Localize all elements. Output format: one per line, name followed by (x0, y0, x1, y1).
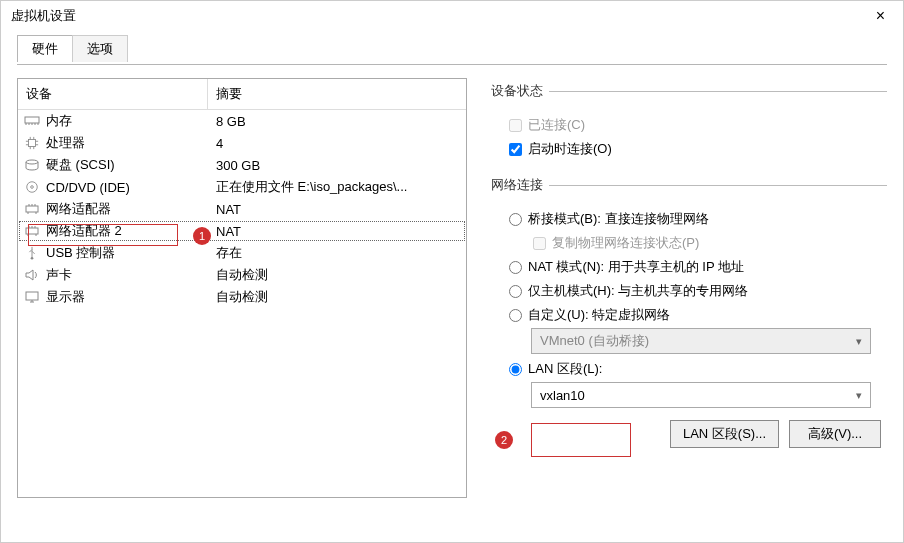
opt-bridged: 桥接模式(B): 直接连接物理网络 (509, 210, 887, 228)
radio-lansegment[interactable] (509, 363, 522, 376)
window-title: 虚拟机设置 (11, 7, 868, 25)
select-lansegment-value: vxlan10 (540, 388, 585, 403)
device-state-legend: 设备状态 (491, 82, 549, 100)
opt-custom: 自定义(U): 特定虚拟网络 (509, 306, 887, 324)
device-row[interactable]: 显示器自动检测 (18, 286, 466, 308)
select-custom-value: VMnet0 (自动桥接) (540, 332, 649, 350)
annotation-badge-2: 2 (495, 431, 513, 449)
opt-connect-power-on: 启动时连接(O) (509, 140, 887, 158)
display-icon (24, 290, 40, 304)
net-icon (24, 202, 40, 216)
col-header-summary[interactable]: 摘要 (208, 79, 466, 109)
content: 设备 摘要 内存8 GB处理器4硬盘 (SCSI)300 GBCD/DVD (I… (1, 62, 903, 514)
radio-bridged[interactable] (509, 213, 522, 226)
device-table: 设备 摘要 内存8 GB处理器4硬盘 (SCSI)300 GBCD/DVD (I… (17, 78, 467, 498)
label-nat[interactable]: NAT 模式(N): 用于共享主机的 IP 地址 (528, 258, 744, 276)
device-name: 网络适配器 2 (46, 222, 122, 240)
advanced-button[interactable]: 高级(V)... (789, 420, 881, 448)
checkbox-connected (509, 119, 522, 132)
network-connection-group: 网络连接 桥接模式(B): 直接连接物理网络 复制物理网络连接状态(P) NAT… (491, 176, 887, 448)
device-summary: NAT (208, 224, 466, 239)
device-row[interactable]: 硬盘 (SCSI)300 GB (18, 154, 466, 176)
chevron-down-icon: ▾ (856, 335, 862, 348)
device-summary: 存在 (208, 244, 466, 262)
tabs: 硬件 选项 (17, 35, 903, 62)
svg-rect-6 (26, 228, 38, 234)
device-panel: 设备 摘要 内存8 GB处理器4硬盘 (SCSI)300 GBCD/DVD (I… (17, 78, 467, 498)
opt-hostonly: 仅主机模式(H): 与主机共享的专用网络 (509, 282, 887, 300)
opt-connected: 已连接(C) (509, 116, 887, 134)
radio-nat[interactable] (509, 261, 522, 274)
network-connection-legend: 网络连接 (491, 176, 549, 194)
svg-rect-8 (26, 292, 38, 300)
device-table-body: 内存8 GB处理器4硬盘 (SCSI)300 GBCD/DVD (IDE)正在使… (18, 110, 466, 308)
svg-rect-1 (29, 140, 36, 147)
opt-lansegment: LAN 区段(L): (509, 360, 887, 378)
device-name: 硬盘 (SCSI) (46, 156, 115, 174)
select-lansegment[interactable]: vxlan10 ▾ (531, 382, 871, 408)
svg-point-7 (31, 257, 34, 260)
label-bridged[interactable]: 桥接模式(B): 直接连接物理网络 (528, 210, 709, 228)
settings-panel: 设备状态 已连接(C) 启动时连接(O) 网络连接 桥接模式(B): 直接连接物… (491, 78, 887, 498)
svg-rect-0 (25, 117, 39, 123)
tab-options[interactable]: 选项 (72, 35, 128, 62)
device-row[interactable]: USB 控制器存在 (18, 242, 466, 264)
svg-point-4 (31, 186, 34, 189)
device-row[interactable]: 声卡自动检测 (18, 264, 466, 286)
device-table-header: 设备 摘要 (18, 79, 466, 110)
device-summary: NAT (208, 202, 466, 217)
disk-icon (24, 158, 40, 172)
tab-divider (17, 64, 887, 65)
label-lansegment[interactable]: LAN 区段(L): (528, 360, 602, 378)
cd-icon (24, 180, 40, 194)
device-summary: 自动检测 (208, 266, 466, 284)
device-summary: 300 GB (208, 158, 466, 173)
svg-point-3 (27, 182, 38, 193)
device-name: 声卡 (46, 266, 72, 284)
svg-rect-5 (26, 206, 38, 212)
device-row[interactable]: 内存8 GB (18, 110, 466, 132)
device-state-group: 设备状态 已连接(C) 启动时连接(O) (491, 82, 887, 162)
opt-nat: NAT 模式(N): 用于共享主机的 IP 地址 (509, 258, 887, 276)
label-custom[interactable]: 自定义(U): 特定虚拟网络 (528, 306, 670, 324)
opt-replicate: 复制物理网络连接状态(P) (533, 234, 887, 252)
device-summary: 4 (208, 136, 466, 151)
annotation-badge-1: 1 (193, 227, 211, 245)
label-connected: 已连接(C) (528, 116, 585, 134)
net-icon (24, 224, 40, 238)
memory-icon (24, 114, 40, 128)
device-name: 处理器 (46, 134, 85, 152)
device-row[interactable]: 处理器4 (18, 132, 466, 154)
label-connect-power-on[interactable]: 启动时连接(O) (528, 140, 612, 158)
radio-hostonly[interactable] (509, 285, 522, 298)
device-name: USB 控制器 (46, 244, 115, 262)
device-name: CD/DVD (IDE) (46, 180, 130, 195)
radio-custom[interactable] (509, 309, 522, 322)
device-row[interactable]: CD/DVD (IDE)正在使用文件 E:\iso_packages\... (18, 176, 466, 198)
sound-icon (24, 268, 40, 282)
lan-segments-button[interactable]: LAN 区段(S)... (670, 420, 779, 448)
label-replicate: 复制物理网络连接状态(P) (552, 234, 699, 252)
close-icon[interactable]: × (868, 7, 893, 25)
col-header-device[interactable]: 设备 (18, 79, 208, 109)
button-row: LAN 区段(S)... 高级(V)... (491, 420, 887, 448)
select-custom-vmnet: VMnet0 (自动桥接) ▾ (531, 328, 871, 354)
checkbox-connect-power-on[interactable] (509, 143, 522, 156)
device-summary: 自动检测 (208, 288, 466, 306)
device-summary: 8 GB (208, 114, 466, 129)
device-name: 网络适配器 (46, 200, 111, 218)
chevron-down-icon: ▾ (856, 389, 862, 402)
vm-settings-window: 虚拟机设置 × 硬件 选项 设备 摘要 内存8 GB处理器4硬盘 (SCSI)3… (0, 0, 904, 543)
cpu-icon (24, 136, 40, 150)
usb-icon (24, 246, 40, 260)
svg-point-2 (26, 160, 38, 164)
device-row[interactable]: 网络适配器NAT (18, 198, 466, 220)
checkbox-replicate (533, 237, 546, 250)
label-hostonly[interactable]: 仅主机模式(H): 与主机共享的专用网络 (528, 282, 748, 300)
titlebar: 虚拟机设置 × (1, 1, 903, 31)
tab-hardware[interactable]: 硬件 (17, 35, 73, 62)
device-row[interactable]: 网络适配器 2NAT (18, 220, 466, 242)
device-name: 内存 (46, 112, 72, 130)
device-summary: 正在使用文件 E:\iso_packages\... (208, 178, 466, 196)
device-name: 显示器 (46, 288, 85, 306)
